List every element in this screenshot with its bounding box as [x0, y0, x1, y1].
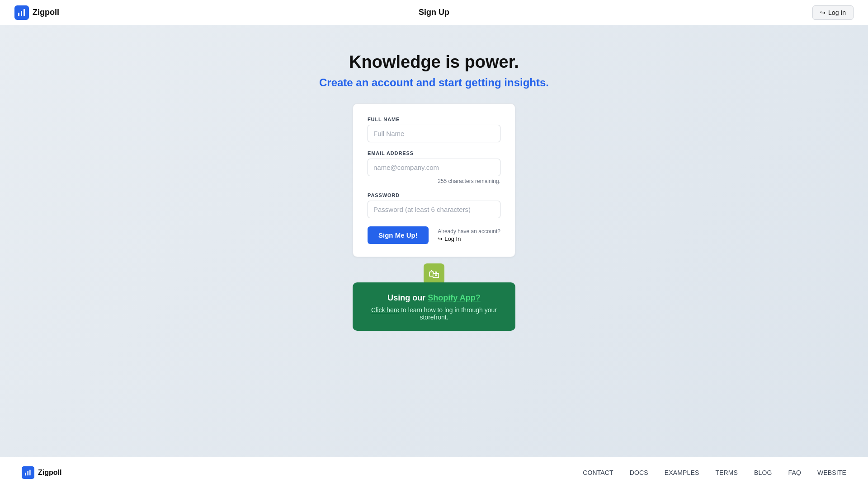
- logo-icon: [14, 5, 29, 20]
- header-login-button[interactable]: ↪ Log In: [812, 5, 854, 20]
- full-name-label: FULL NAME: [368, 117, 500, 122]
- footer-nav: CONTACTDOCSEXAMPLESTERMSBLOGFAQWEBSITE: [583, 469, 846, 476]
- full-name-input[interactable]: [368, 125, 500, 142]
- email-field-group: EMAIL ADDRESS 255 characters remaining.: [368, 150, 500, 184]
- shopify-click-here-link[interactable]: Click here: [371, 306, 399, 314]
- svg-rect-0: [18, 13, 19, 16]
- svg-rect-1: [21, 11, 22, 16]
- already-login-label: Log In: [444, 235, 461, 242]
- footer-logo-text: Zigpoll: [38, 469, 61, 477]
- full-name-field-group: FULL NAME: [368, 117, 500, 142]
- shopify-desc-suffix: to learn how to log in through your stor…: [401, 306, 497, 321]
- footer: Zigpoll CONTACTDOCSEXAMPLESTERMSBLOGFAQW…: [0, 457, 868, 488]
- shopify-banner-wrapper: 🛍 Using our Shopify App? Click here to l…: [353, 273, 515, 331]
- email-input[interactable]: [368, 159, 500, 176]
- shopify-title-prefix: Using our: [387, 293, 428, 302]
- footer-logo: Zigpoll: [22, 466, 61, 479]
- header-login-label: Log In: [828, 9, 846, 16]
- footer-link-terms[interactable]: TERMS: [715, 469, 738, 476]
- header-page-title: Sign Up: [419, 8, 449, 17]
- footer-link-contact[interactable]: CONTACT: [583, 469, 613, 476]
- email-label: EMAIL ADDRESS: [368, 150, 500, 156]
- footer-link-examples[interactable]: EXAMPLES: [665, 469, 699, 476]
- footer-logo-icon: [22, 466, 34, 479]
- password-field-group: PASSWORD: [368, 192, 500, 218]
- footer-link-docs[interactable]: DOCS: [630, 469, 648, 476]
- form-actions: Sign Me Up! Already have an account? ↪ L…: [368, 226, 500, 244]
- svg-rect-6: [27, 471, 28, 476]
- signup-button[interactable]: Sign Me Up!: [368, 226, 429, 244]
- signup-form-card: FULL NAME EMAIL ADDRESS 255 characters r…: [353, 103, 515, 257]
- login-icon: ↪: [820, 9, 826, 16]
- shopify-banner: Using our Shopify App? Click here to lea…: [353, 282, 515, 331]
- hero-subtitle: Create an account and start getting insi…: [319, 76, 549, 89]
- svg-rect-5: [25, 473, 26, 475]
- header-logo[interactable]: Zigpoll: [14, 5, 59, 20]
- header: Zigpoll Sign Up ↪ Log In: [0, 0, 868, 25]
- already-login-link[interactable]: ↪ Log In: [438, 235, 461, 242]
- password-input[interactable]: [368, 201, 500, 218]
- footer-link-blog[interactable]: BLOG: [754, 469, 772, 476]
- password-label: PASSWORD: [368, 192, 500, 198]
- shopify-icon: 🛍: [424, 263, 444, 284]
- svg-rect-7: [29, 470, 30, 476]
- svg-text:🛍: 🛍: [429, 268, 440, 280]
- already-account-label: Already have an account?: [438, 228, 500, 235]
- shopify-app-link[interactable]: Shopify App?: [428, 293, 480, 302]
- hero-title: Knowledge is power.: [349, 52, 519, 72]
- svg-rect-2: [24, 9, 25, 16]
- login-arrow-icon: ↪: [438, 235, 443, 242]
- shopify-banner-title: Using our Shopify App?: [365, 293, 503, 303]
- footer-link-website[interactable]: WEBSITE: [817, 469, 846, 476]
- header-logo-text: Zigpoll: [33, 8, 59, 17]
- footer-link-faq[interactable]: FAQ: [788, 469, 801, 476]
- already-account-section: Already have an account? ↪ Log In: [438, 228, 500, 242]
- main-content: Knowledge is power. Create an account an…: [0, 25, 868, 457]
- shopify-banner-desc: Click here to learn how to log in throug…: [365, 306, 503, 321]
- char-remaining-text: 255 characters remaining.: [368, 178, 500, 184]
